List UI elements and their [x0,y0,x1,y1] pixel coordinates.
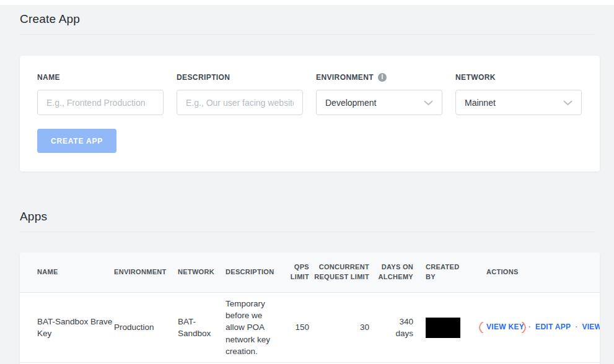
cell-name: BAT-Sandbox Brave Key [37,316,114,339]
view-key-link[interactable]: VIEW KEY [486,322,524,332]
chevron-down-icon [563,98,572,108]
table-row: BAT-Sandbox Brave Key Production BAT-San… [20,293,600,363]
view-details-link[interactable]: VIEW DETAILS [582,322,600,332]
created-by-redacted-box [426,318,460,338]
apps-title: Apps [20,210,594,232]
network-field-group: NETWORK Mainnet [455,73,582,115]
info-icon[interactable]: i [378,73,387,82]
environment-label-text: ENVIRONMENT [316,73,374,82]
description-input[interactable] [177,90,303,115]
name-label: NAME [37,73,164,82]
environment-select[interactable]: Development [316,90,442,115]
top-strip [0,0,614,5]
column-header-days-on-alchemy: DAYS ON ALCHEMY [369,262,413,282]
network-label: NETWORK [455,73,582,82]
cell-environment: Production [114,321,178,333]
table-header-row: NAME ENVIRONMENT NETWORK DESCRIPTION QPS… [20,253,600,293]
header-divider [20,34,594,35]
cell-actions: VIEW KEY · EDIT APP · VIEW DETAILS [471,322,600,332]
page-title: Create App [20,12,594,34]
description-field-group: DESCRIPTION [177,73,303,115]
column-header-environment: ENVIRONMENT [114,267,178,277]
cell-description: Temporary before we allow POA network ke… [226,298,278,357]
name-input[interactable] [37,90,164,115]
environment-selected-value: Development [325,98,377,108]
apps-table: NAME ENVIRONMENT NETWORK DESCRIPTION QPS… [20,253,600,364]
create-app-button[interactable]: CREATE APP [37,129,116,153]
column-header-qps-limit: QPS LIMIT [278,262,309,282]
column-header-name: NAME [37,267,114,277]
dot-separator: · [575,322,577,332]
column-header-created-by: CREATED BY [413,262,471,282]
column-header-concurrent-request-limit: CONCURRENT REQUEST LIMIT [309,262,369,282]
apps-section-header: Apps [20,202,594,232]
name-field-group: NAME [37,73,164,115]
cell-qps-limit: 150 [278,321,309,333]
column-header-description: DESCRIPTION [226,267,278,277]
create-app-form-card: NAME DESCRIPTION ENVIRONMENT i Developme… [20,56,600,171]
edit-app-link[interactable]: EDIT APP [535,322,571,332]
environment-label: ENVIRONMENT i [316,73,442,82]
network-selected-value: Mainnet [465,98,496,108]
cell-network: BAT-Sandbox [178,316,226,339]
cell-days-on-alchemy: 340 days [369,316,413,339]
chevron-down-icon [424,98,433,108]
network-select[interactable]: Mainnet [455,90,582,115]
description-label: DESCRIPTION [177,73,303,82]
days-on-alchemy-value: 340 days [387,316,413,339]
column-header-network: NETWORK [178,267,226,277]
cell-created-by [413,318,471,338]
create-app-section-header: Create App [20,5,594,35]
apps-divider [20,232,594,232]
column-header-actions: ACTIONS [471,267,600,277]
dot-separator: · [528,322,531,332]
cell-concurrent-request-limit: 30 [309,321,369,333]
view-key-wrap: VIEW KEY [486,322,524,332]
environment-field-group: ENVIRONMENT i Development [316,73,442,115]
